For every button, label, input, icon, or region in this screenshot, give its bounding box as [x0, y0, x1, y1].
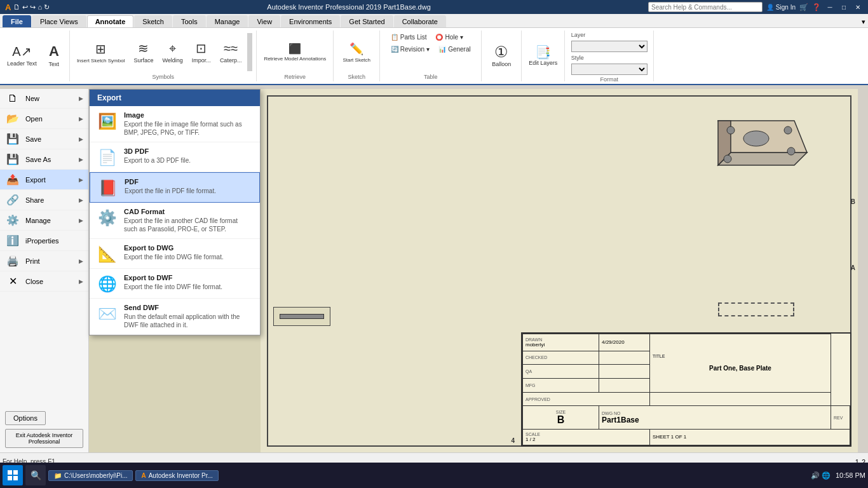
sidebar-item-close[interactable]: ✕ Close ▶ — [0, 271, 88, 292]
balloon-button[interactable]: ① Balloon — [485, 41, 517, 69]
hole-dropdown-icon[interactable]: ▾ — [460, 34, 463, 41]
surface-button[interactable]: ≋ Surface — [130, 39, 156, 65]
options-button[interactable]: Options — [5, 411, 46, 425]
parts-list-button[interactable]: 📋 Parts List — [388, 32, 430, 43]
export-cad-item[interactable]: ⚙️ CAD Format Export the file in another… — [90, 203, 260, 239]
save-as-arrow-icon: ▶ — [79, 156, 83, 163]
sidebar-item-print[interactable]: 🖨️ Print ▶ — [0, 251, 88, 271]
sidebar-item-iproperties[interactable]: ℹ️ iProperties — [0, 231, 88, 251]
revision-dropdown-icon[interactable]: ▾ — [426, 46, 430, 53]
taskbar-search-button[interactable]: 🔍 — [25, 465, 46, 485]
text-button[interactable]: A Text — [43, 41, 65, 69]
export-3dpdf-item[interactable]: 📄 3D PDF Export to a 3D PDF file. — [90, 142, 260, 172]
tab-collaborate[interactable]: Collaborate — [394, 15, 446, 27]
sidebar-item-new[interactable]: 🗋 New ▶ — [0, 89, 88, 109]
ribbon: A↗ Leader Text A Text ⊞ Insert Sketch Sy… — [0, 28, 868, 85]
tab-view[interactable]: View — [248, 15, 280, 27]
dwg-export-desc: Export the file into DWG file format. — [124, 253, 224, 261]
layer-select[interactable] — [571, 41, 648, 52]
tab-tools[interactable]: Tools — [173, 15, 206, 27]
welding-button[interactable]: ⌖ Welding — [159, 39, 186, 65]
text-icon: A — [49, 43, 59, 60]
taskbar-explorer-button[interactable]: 📁 C:\Users\moberlyi\Pi... — [48, 470, 133, 481]
style-select[interactable] — [571, 64, 648, 75]
3dpdf-export-icon: 📄 — [97, 149, 118, 166]
undo-icon[interactable]: ↩ — [22, 3, 28, 11]
maximize-button[interactable]: □ — [839, 2, 849, 12]
symbols-scroll[interactable] — [247, 33, 252, 71]
save-arrow-icon: ▶ — [79, 136, 83, 142]
help-icon[interactable]: ❓ — [812, 3, 821, 11]
start-sketch-button[interactable]: ✏️ Start Sketch — [337, 40, 376, 65]
sidebar-item-save-as[interactable]: 💾 Save As ▶ — [0, 149, 88, 170]
taskbar-inventor-button[interactable]: A Autodesk Inventor Pr... — [135, 470, 218, 481]
exit-button[interactable]: Exit Autodesk Inventor Professional — [5, 429, 83, 448]
checked-label: CHECKED — [526, 355, 596, 360]
rev-label: REV — [834, 416, 847, 420]
update-icon[interactable]: ↻ — [44, 3, 50, 11]
ribbon-group-retrieve: ⬛ Retrieve Model Annotations Retrieve — [257, 30, 334, 81]
window-title: Autodesk Inventor Professional 2019 Part… — [50, 3, 648, 11]
image-export-icon: 🖼️ — [97, 112, 118, 130]
drawing-area[interactable]: A B 1 2 3 4 — [261, 89, 858, 453]
close-arrow-icon: ▶ — [79, 278, 83, 285]
export-dwf-item[interactable]: 🌐 Export to DWF Export the file into DWF… — [90, 269, 260, 299]
export-dwg-item[interactable]: 📐 Export to DWG Export the file into DWG… — [90, 239, 260, 269]
leader-text-button[interactable]: A↗ Leader Text — [4, 42, 40, 69]
mfg-label: MFG — [526, 383, 596, 388]
cart-icon[interactable]: 🛒 — [799, 3, 808, 11]
search-input[interactable] — [648, 2, 763, 12]
export-image-item[interactable]: 🖼️ Image Export the file in image file f… — [90, 106, 260, 142]
export-send-dwf-item[interactable]: ✉️ Send DWF Run the default email applic… — [90, 299, 260, 335]
caterpillar-button[interactable]: ≈≈ Caterp... — [217, 39, 245, 65]
tab-annotate[interactable]: Annotate — [87, 15, 134, 27]
start-button[interactable] — [3, 465, 23, 485]
dwg-no-value: Part1Base — [602, 416, 828, 424]
retrieve-model-annotations-button[interactable]: ⬛ Retrieve Model Annotations — [261, 41, 329, 64]
edit-layers-button[interactable]: 📑 Edit Layers — [526, 43, 560, 68]
send-dwf-icon: ✉️ — [97, 305, 118, 323]
caterpillar-icon: ≈≈ — [224, 41, 238, 56]
minimize-button[interactable]: ─ — [825, 2, 835, 12]
sidebar-item-open[interactable]: 📂 Open ▶ — [0, 109, 88, 129]
close-button[interactable]: ✕ — [853, 2, 863, 12]
title-cell: TITLE Part One, Base Plate — [650, 334, 831, 393]
sidebar-item-share[interactable]: 🔗 Share ▶ — [0, 190, 88, 210]
import-icon: ⊡ — [196, 41, 207, 56]
sign-in-button[interactable]: 👤 Sign In — [766, 4, 796, 11]
general-button[interactable]: 📊 General — [435, 44, 474, 55]
symbols-group-content: ⊞ Insert Sketch Symbol ≋ Surface ⌖ Weldi… — [74, 32, 253, 72]
redo-icon[interactable]: ↪ — [30, 3, 36, 11]
balloon-icon: ① — [494, 43, 508, 61]
format-group-label: Format — [600, 75, 619, 83]
sidebar-item-save[interactable]: 💾 Save ▶ — [0, 129, 88, 149]
3dpdf-export-desc: Export to a 3D PDF file. — [124, 156, 191, 165]
sidebar-item-export[interactable]: 📤 Export ▶ — [0, 170, 88, 190]
hole-button[interactable]: ⭕ Hole ▾ — [432, 32, 466, 43]
tab-environments[interactable]: Environments — [281, 15, 340, 27]
pdf-export-icon: 📕 — [98, 179, 118, 197]
new-file-icon: 🗋 — [5, 93, 20, 104]
manage-icon: ⚙️ — [5, 214, 20, 226]
ribbon-collapse[interactable]: ▾ — [859, 17, 868, 27]
tab-file[interactable]: File — [3, 15, 31, 27]
sidebar-footer: Options Exit Autodesk Inventor Professio… — [0, 406, 88, 453]
tab-place-views[interactable]: Place Views — [32, 15, 86, 27]
tab-manage[interactable]: Manage — [207, 15, 248, 27]
new-icon[interactable]: 🗋 — [13, 3, 20, 11]
dwg-export-text: Export to DWG Export the file into DWG f… — [124, 244, 224, 261]
sidebar-item-open-label: Open — [25, 115, 43, 123]
svg-point-4 — [784, 126, 792, 134]
share-arrow-icon: ▶ — [79, 197, 83, 203]
home-icon[interactable]: ⌂ — [37, 3, 42, 11]
sidebar-item-manage[interactable]: ⚙️ Manage ▶ — [0, 210, 88, 231]
pdf-export-title: PDF — [125, 178, 216, 186]
import-button[interactable]: ⊡ Impor... — [189, 39, 214, 65]
sidebar-item-close-label: Close — [25, 278, 43, 285]
revision-button[interactable]: 🔄 Revision ▾ — [388, 44, 433, 55]
insert-sketch-symbol-button[interactable]: ⊞ Insert Sketch Symbol — [74, 39, 128, 65]
pdf-export-text: PDF Export the file in PDF file format. — [125, 178, 216, 195]
export-pdf-item[interactable]: 📕 PDF Export the file in PDF file format… — [90, 172, 260, 203]
tab-get-started[interactable]: Get Started — [341, 15, 393, 27]
tab-sketch[interactable]: Sketch — [134, 15, 172, 27]
